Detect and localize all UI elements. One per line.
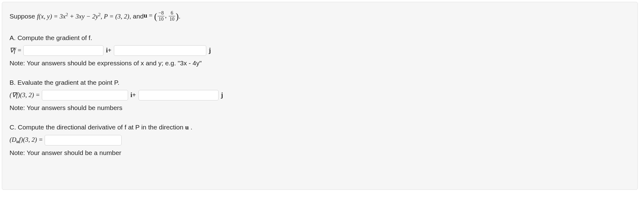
term2: + 3xy − 2y — [68, 13, 98, 20]
point-p: , P = (3, 2) — [101, 13, 129, 20]
comma: , — [165, 12, 168, 19]
fxy: f(x, y) = 3x — [37, 13, 66, 20]
eq-sign: = — [147, 12, 154, 19]
sup2: 2 — [98, 12, 101, 17]
part-c-prompt: C. Compute the directional derivative of… — [10, 122, 630, 133]
text-suppose: Suppose — [10, 11, 35, 21]
rparen-icon: ) — [176, 11, 179, 21]
frac1-den: 10 — [158, 16, 164, 22]
grad-p-j-input[interactable] — [139, 90, 219, 100]
sup1: 2 — [66, 12, 68, 17]
part-c-pre: C. Compute the directional derivative of… — [10, 124, 185, 131]
du-open: (D — [10, 136, 16, 143]
intro-period: . — [179, 11, 181, 21]
fraction-2: 610 — [168, 10, 175, 22]
grad-at-p-label: (∇f)(3, 2) = — [10, 90, 40, 100]
i-plus-label-b: i+ — [131, 90, 136, 100]
grad-i-input[interactable] — [23, 45, 103, 56]
part-a-note: Note: Your answers should be expressions… — [10, 58, 630, 68]
grad-j-input[interactable] — [114, 45, 206, 56]
du-rest: f)(3, 2) = — [19, 136, 43, 143]
part-b-answer-row: (∇f)(3, 2) = i+ j — [10, 90, 630, 100]
lparen-icon: ( — [154, 11, 157, 21]
part-a-answer-row: ∇f = i+ j — [10, 45, 630, 56]
part-c-post: . — [189, 124, 192, 131]
j-label-b: j — [221, 90, 223, 100]
du-sub-u: u — [16, 139, 19, 144]
part-b-note: Note: Your answers should be numbers — [10, 103, 630, 113]
frac1-num: −8 — [158, 10, 164, 16]
part-a-prompt: A. Compute the gradient of f. — [10, 33, 630, 43]
frac2-num: 6 — [169, 10, 175, 16]
part-c-answer-row: (Duf)(3, 2) = — [10, 135, 630, 145]
j-label-a: j — [209, 46, 211, 55]
math-expression: f(x, y) = 3x2 + 3xy − 2y2, P = (3, 2) — [37, 11, 129, 22]
frac2-den: 10 — [169, 16, 175, 22]
text-and: , and — [129, 11, 144, 21]
directional-deriv-input[interactable] — [45, 135, 122, 145]
i-plus-label-a: i+ — [106, 46, 111, 55]
part-c-u: u — [185, 124, 189, 131]
directional-deriv-label: (Duf)(3, 2) = — [10, 135, 43, 145]
grad-p-i-input[interactable] — [42, 90, 128, 100]
part-b-prompt: B. Evaluate the gradient at the point P. — [10, 78, 630, 88]
problem-statement: Suppose f(x, y) = 3x2 + 3xy − 2y2, P = (… — [10, 10, 630, 23]
u-bold: u — [144, 12, 147, 19]
grad-f-label: ∇f = — [10, 46, 22, 55]
vector-u-eq: u = (−810, 610) — [144, 10, 179, 23]
fraction-1: −810 — [157, 10, 165, 22]
problem-container: Suppose f(x, y) = 3x2 + 3xy − 2y2, P = (… — [2, 2, 638, 190]
part-c-note: Note: Your answer should be a number — [10, 148, 630, 158]
